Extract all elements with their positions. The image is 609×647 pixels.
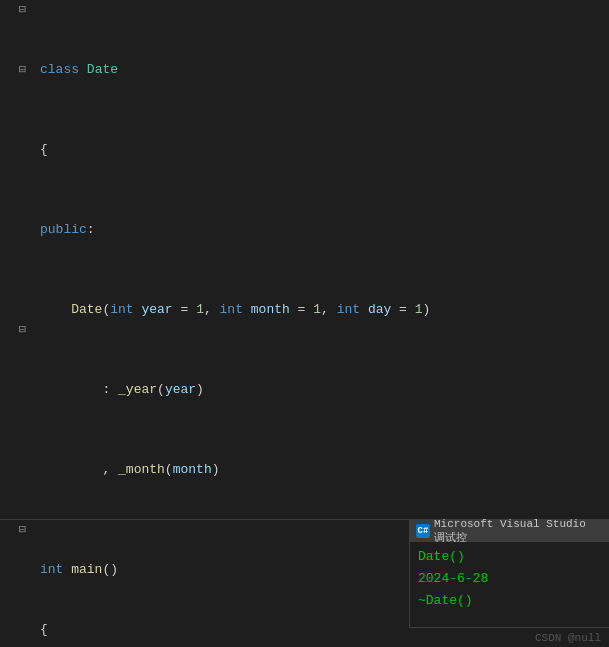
- output-line-1: Date(): [418, 546, 601, 568]
- out-line-1: ⊟: [0, 520, 26, 540]
- out-line-2: [0, 540, 26, 560]
- output-code: int main() { Date* p1 = new Date(2024, 6…: [32, 520, 409, 647]
- line-23: [0, 440, 26, 460]
- line-10: [0, 180, 26, 200]
- line-13: [0, 240, 26, 260]
- code-line-3: public:: [40, 220, 609, 240]
- watermark-bar: CSDN @null: [409, 627, 609, 647]
- editor-area: ⊟ ⊟ ⊟ class Date { public: Dat: [0, 0, 609, 519]
- line-20: [0, 380, 26, 400]
- code-line-6: , _month(month): [40, 460, 609, 480]
- msvc-titlebar: C# Microsoft Visual Studio 调试控: [410, 520, 609, 542]
- line-15: [0, 280, 26, 300]
- code-line-4: Date(int year = 1, int month = 1, int da…: [40, 300, 609, 320]
- line-26: [0, 500, 26, 519]
- line-18: [0, 340, 26, 360]
- out-code-1: int main(): [40, 560, 409, 580]
- line-3: [0, 40, 26, 60]
- line-19: [0, 360, 26, 380]
- out-code-2: {: [40, 620, 409, 640]
- out-line-6: [0, 620, 26, 640]
- code-line-2: {: [40, 140, 609, 160]
- msvc-icon: C#: [416, 524, 430, 538]
- line-21: [0, 400, 26, 420]
- line-24: [0, 460, 26, 480]
- out-line-4: [0, 580, 26, 600]
- code-line-1: class Date: [40, 60, 609, 80]
- output-line-2: 2024-6-28: [418, 568, 601, 590]
- line-8: [0, 140, 26, 160]
- line-7: [0, 120, 26, 140]
- line-2: [0, 20, 26, 40]
- line-5: [0, 80, 26, 100]
- line-11: [0, 200, 26, 220]
- watermark-text: CSDN @null: [535, 632, 601, 644]
- output-area: ⊟ int main() { Date* p1 = new Date(2024,…: [0, 519, 609, 647]
- out-line-5: [0, 600, 26, 620]
- line-22: [0, 420, 26, 440]
- line-14: [0, 260, 26, 280]
- msvc-title: Microsoft Visual Studio 调试控: [434, 518, 603, 545]
- line-1: ⊟: [0, 0, 26, 20]
- output-line-numbers: ⊟: [0, 520, 32, 647]
- output-line-3: ~Date(): [418, 590, 601, 612]
- line-9: [0, 160, 26, 180]
- line-17: ⊟: [0, 320, 26, 340]
- line-16: [0, 300, 26, 320]
- line-6: [0, 100, 26, 120]
- line-25: [0, 480, 26, 500]
- msvc-panel: C# Microsoft Visual Studio 调试控 Date() 20…: [409, 520, 609, 647]
- line-12: [0, 220, 26, 240]
- line-numbers: ⊟ ⊟ ⊟: [0, 0, 32, 519]
- line-4: ⊟: [0, 60, 26, 80]
- code-area: class Date { public: Date(int year = 1, …: [32, 0, 609, 519]
- out-line-3: [0, 560, 26, 580]
- code-line-5: : _year(year): [40, 380, 609, 400]
